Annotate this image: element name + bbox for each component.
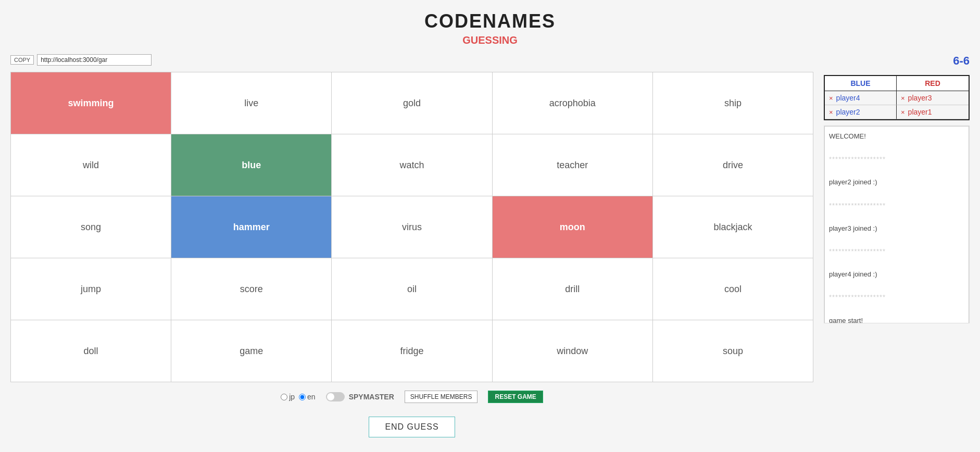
copy-button[interactable]: COPY bbox=[10, 55, 34, 65]
grid-cell-13[interactable]: moon bbox=[493, 196, 652, 258]
score-area: 6-6 bbox=[824, 54, 970, 68]
grid-cell-16[interactable]: score bbox=[171, 258, 331, 320]
grid-cell-17[interactable]: oil bbox=[332, 258, 492, 320]
chat-line-6: player4 joined :) bbox=[829, 269, 964, 280]
spymaster-toggle[interactable] bbox=[326, 392, 345, 401]
red-player-1-remove[interactable]: × bbox=[901, 94, 905, 102]
radio-en-label[interactable]: en bbox=[299, 393, 316, 401]
grid-cell-9[interactable]: drive bbox=[653, 134, 813, 196]
chat-container[interactable]: WELCOME!******************player2 joined… bbox=[824, 125, 970, 323]
grid-cell-2[interactable]: gold bbox=[332, 72, 492, 134]
grid-cell-18[interactable]: drill bbox=[493, 258, 652, 320]
page-title: CODENAMES bbox=[0, 10, 980, 32]
radio-jp[interactable] bbox=[281, 394, 287, 400]
grid-cell-0[interactable]: swimming bbox=[11, 72, 171, 134]
grid-cell-1[interactable]: live bbox=[171, 72, 331, 134]
grid-cell-7[interactable]: watch bbox=[332, 134, 492, 196]
blue-team-header: BLUE bbox=[825, 76, 897, 91]
grid-cell-19[interactable]: cool bbox=[653, 258, 813, 320]
grid-cell-21[interactable]: game bbox=[171, 320, 331, 382]
main-layout: COPY swimminglivegoldacrophobiashipwildb… bbox=[0, 49, 980, 443]
chat-line-3: ****************** bbox=[829, 200, 964, 211]
grid-cell-14[interactable]: blackjack bbox=[653, 196, 813, 258]
chat-panel: WELCOME!******************player2 joined… bbox=[824, 126, 969, 323]
red-player-2-remove[interactable]: × bbox=[901, 108, 905, 116]
game-status: GUESSING bbox=[0, 34, 980, 46]
header: CODENAMES GUESSING bbox=[0, 0, 980, 49]
reset-game-button[interactable]: RESET GAME bbox=[488, 391, 543, 403]
grid-cell-4[interactable]: ship bbox=[653, 72, 813, 134]
grid-cell-5[interactable]: wild bbox=[11, 134, 171, 196]
language-radio-group: jp en bbox=[281, 393, 315, 401]
radio-en-text: en bbox=[307, 393, 316, 401]
grid-cell-3[interactable]: acrophobia bbox=[493, 72, 652, 134]
left-panel: COPY swimminglivegoldacrophobiashipwildb… bbox=[10, 54, 813, 437]
grid-cell-15[interactable]: jump bbox=[11, 258, 171, 320]
bottom-controls: jp en SPYMASTER SHUFFLE MEMBERS RESET GA… bbox=[10, 391, 813, 408]
chat-line-1: ****************** bbox=[829, 154, 964, 165]
blue-player-1-remove[interactable]: × bbox=[829, 94, 833, 102]
blue-player-2: × player2 bbox=[825, 105, 897, 119]
grid-cell-8[interactable]: teacher bbox=[493, 134, 652, 196]
grid-cell-10[interactable]: song bbox=[11, 196, 171, 258]
grid-cell-20[interactable]: doll bbox=[11, 320, 171, 382]
chat-line-5: ****************** bbox=[829, 246, 964, 257]
blue-player-1: × player4 bbox=[825, 91, 897, 105]
url-input[interactable] bbox=[37, 54, 152, 66]
grid-cell-11[interactable]: hammer bbox=[171, 196, 331, 258]
shuffle-members-button[interactable]: SHUFFLE MEMBERS bbox=[405, 391, 478, 403]
spymaster-label: SPYMASTER bbox=[349, 393, 394, 401]
chat-line-2: player2 joined :) bbox=[829, 177, 964, 188]
red-player-2-name: player1 bbox=[908, 108, 932, 116]
red-team-header: RED bbox=[897, 76, 969, 91]
red-player-1: × player3 bbox=[897, 91, 969, 105]
spymaster-toggle-group: SPYMASTER bbox=[326, 392, 394, 401]
radio-jp-label[interactable]: jp bbox=[281, 393, 295, 401]
chat-line-8: game start! bbox=[829, 315, 964, 324]
grid-cell-24[interactable]: soup bbox=[653, 320, 813, 382]
right-panel: 6-6 BLUE RED × player4 × player3 × playe… bbox=[824, 54, 970, 437]
radio-en[interactable] bbox=[299, 394, 306, 400]
radio-jp-text: jp bbox=[289, 393, 295, 401]
blue-player-2-remove[interactable]: × bbox=[829, 108, 833, 116]
red-player-2: × player1 bbox=[897, 105, 969, 119]
url-bar: COPY bbox=[10, 54, 813, 66]
grid-cell-23[interactable]: window bbox=[493, 320, 652, 382]
grid-cell-6[interactable]: blue bbox=[171, 134, 331, 196]
grid-cell-12[interactable]: virus bbox=[332, 196, 492, 258]
game-grid: swimminglivegoldacrophobiashipwildbluewa… bbox=[10, 72, 813, 382]
score-display: 6-6 bbox=[953, 54, 970, 68]
blue-player-2-name: player2 bbox=[836, 108, 860, 116]
players-table: BLUE RED × player4 × player3 × player2 ×… bbox=[824, 75, 970, 120]
chat-line-0: WELCOME! bbox=[829, 131, 964, 142]
chat-line-4: player3 joined :) bbox=[829, 223, 964, 234]
end-guess-button[interactable]: END GUESS bbox=[369, 417, 455, 437]
chat-line-7: ****************** bbox=[829, 292, 964, 303]
blue-player-1-name: player4 bbox=[836, 94, 860, 102]
end-guess-container: END GUESS bbox=[10, 417, 813, 437]
red-player-1-name: player3 bbox=[908, 94, 932, 102]
grid-cell-22[interactable]: fridge bbox=[332, 320, 492, 382]
